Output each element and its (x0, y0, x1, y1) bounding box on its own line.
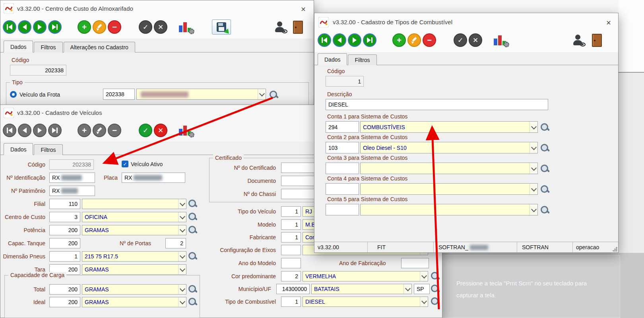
cancel-button[interactable]: ✕ (469, 33, 482, 47)
tab-dados[interactable]: Dados (318, 53, 347, 65)
portas-field[interactable]: 2 (165, 238, 186, 248)
potencia-combo[interactable]: GRAMAS (82, 225, 186, 235)
chevron-down-icon[interactable] (530, 184, 537, 194)
tab-dados[interactable]: Dados (4, 41, 33, 52)
chevron-down-icon[interactable] (178, 265, 186, 274)
titlebar-almoxarifado[interactable]: v3.32.00 - Centro de Custo do Almoxarifa… (0, 0, 314, 39)
previous-record-button[interactable] (18, 20, 31, 34)
veiculo-frota-code-field[interactable]: 202338 (103, 89, 135, 100)
edit-record-button[interactable] (407, 33, 421, 47)
filial-code-field[interactable]: 110 (49, 199, 80, 209)
chevron-down-icon[interactable] (178, 297, 186, 307)
chevron-down-icon[interactable] (530, 142, 537, 153)
confirm-button[interactable]: ✓ (454, 33, 467, 47)
chevron-down-icon[interactable] (530, 122, 537, 132)
search-icon[interactable] (431, 284, 440, 294)
carga-ideal-combo[interactable]: GRAMAS (82, 297, 186, 307)
carga-total-code-field[interactable]: 200 (49, 284, 80, 295)
chevron-down-icon[interactable] (420, 271, 428, 281)
chevron-down-icon[interactable] (178, 252, 186, 261)
search-icon[interactable] (540, 185, 550, 194)
uf-field[interactable]: SP (414, 284, 430, 294)
codigo-field[interactable]: 202338 (10, 65, 66, 76)
conta2-combo[interactable]: Oleo Diesel - S10 (360, 142, 538, 153)
veiculo-frota-radio[interactable] (10, 91, 17, 98)
capac-tanque-field[interactable]: 200 (49, 238, 80, 248)
conta3-code-field[interactable] (326, 163, 359, 174)
next-record-button[interactable] (33, 20, 47, 34)
tab-dados[interactable]: Dados (4, 143, 33, 155)
patrimonio-field[interactable]: RX (49, 186, 95, 196)
search-icon[interactable] (540, 164, 550, 174)
report-chart-button[interactable] (493, 33, 509, 47)
search-icon[interactable] (188, 252, 198, 261)
modelo-code-field[interactable]: 1 (281, 219, 301, 230)
delete-record-button[interactable]: − (423, 33, 436, 47)
search-icon[interactable] (188, 225, 198, 235)
centro-custo-code-field[interactable]: 3 (49, 212, 80, 222)
edit-record-button[interactable] (93, 124, 106, 137)
conta3-combo[interactable] (360, 163, 538, 174)
search-icon[interactable] (431, 297, 440, 306)
edit-record-button[interactable] (93, 20, 106, 34)
report-chart-button[interactable] (178, 123, 194, 138)
first-record-button[interactable] (3, 20, 16, 34)
user-button[interactable] (572, 34, 584, 46)
next-record-button[interactable] (348, 33, 361, 47)
tara-combo[interactable]: GRAMAS (82, 264, 186, 275)
fabricante-code-field[interactable]: 1 (281, 232, 301, 242)
conta1-combo[interactable]: COMBUSTÍVEIS (360, 121, 538, 133)
dimensao-pneus-code-field[interactable]: 1 (49, 251, 80, 262)
municipio-combo[interactable]: BATATAIS (311, 284, 412, 294)
carga-ideal-code-field[interactable]: 200 (49, 297, 80, 307)
cancel-button[interactable]: ✕ (154, 124, 167, 137)
titlebar-combustivel[interactable]: v3.32.00 - Cadastro de Tipos de Combustí… (314, 13, 618, 52)
resize-grip[interactable] (612, 246, 617, 252)
chevron-down-icon[interactable] (403, 284, 411, 294)
search-icon[interactable] (540, 123, 550, 132)
placa-field[interactable]: RX (122, 173, 185, 183)
first-record-button[interactable] (318, 33, 331, 47)
conta1-code-field[interactable]: 294 (326, 121, 359, 133)
config-eixos-code-field[interactable] (281, 245, 301, 255)
chevron-down-icon[interactable] (258, 89, 266, 99)
save-button[interactable] (212, 19, 231, 35)
previous-record-button[interactable] (18, 124, 31, 137)
search-icon[interactable] (188, 285, 198, 294)
conta2-code-field[interactable]: 103 (326, 142, 359, 153)
last-record-button[interactable] (48, 124, 62, 137)
delete-record-button[interactable]: − (108, 20, 121, 34)
exit-button[interactable] (293, 21, 303, 34)
cor-code-field[interactable]: 2 (281, 271, 301, 281)
tab-filtros[interactable]: Filtros (348, 54, 376, 65)
municipio-code-field[interactable]: 14300000 (276, 284, 310, 294)
ano-fabricacao-field[interactable] (401, 258, 429, 268)
add-record-button[interactable]: + (78, 20, 91, 34)
delete-record-button[interactable]: − (108, 124, 121, 137)
dimensao-pneus-combo[interactable]: 215 75 R17.5 (82, 251, 186, 262)
carga-total-combo[interactable]: GRAMAS (82, 284, 186, 295)
chevron-down-icon[interactable] (530, 204, 537, 215)
confirm-button[interactable]: ✓ (139, 20, 152, 34)
user-button[interactable] (274, 21, 286, 33)
veiculo-frota-combo[interactable] (136, 89, 266, 100)
conta4-code-field[interactable] (326, 183, 359, 195)
previous-record-button[interactable] (333, 33, 346, 47)
codigo-field[interactable]: 1 (326, 76, 364, 87)
centro-custo-combo[interactable]: OFICINA (82, 212, 186, 222)
cancel-button[interactable]: ✕ (154, 20, 167, 34)
potencia-code-field[interactable]: 200 (49, 225, 80, 235)
close-icon[interactable] (601, 17, 616, 28)
identificacao-field[interactable]: RX (49, 173, 95, 183)
last-record-button[interactable] (48, 20, 62, 34)
search-icon[interactable] (188, 199, 198, 209)
next-record-button[interactable] (33, 124, 47, 137)
search-icon[interactable] (269, 90, 279, 100)
chevron-down-icon[interactable] (530, 163, 537, 174)
codigo-field[interactable]: 202338 (49, 159, 94, 170)
search-icon[interactable] (188, 212, 198, 222)
tipo-combustivel-code-field[interactable]: 1 (281, 297, 301, 307)
conta4-combo[interactable] (360, 183, 538, 195)
confirm-button[interactable]: ✓ (139, 124, 152, 137)
last-record-button[interactable] (363, 33, 376, 47)
